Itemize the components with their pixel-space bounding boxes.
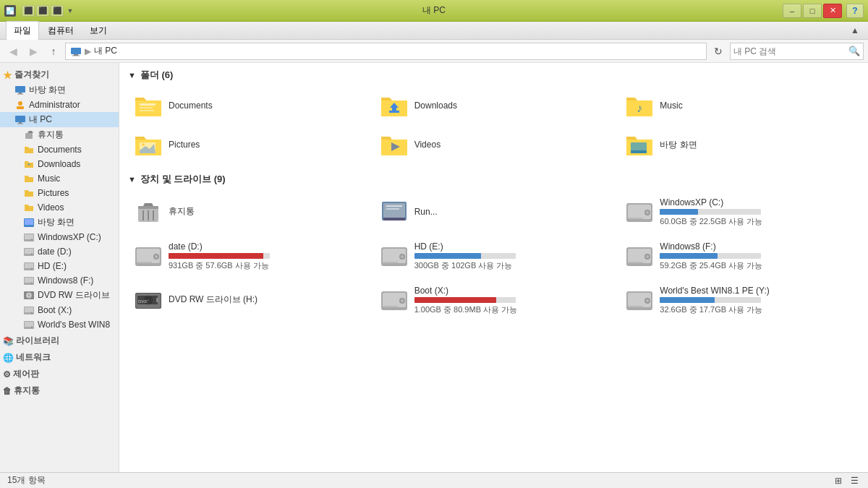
hdd-d-icon [134, 244, 163, 269]
svg-point-48 [142, 143, 145, 146]
list-view-button[interactable]: ☰ [848, 474, 861, 487]
sidebar-item-downloads[interactable]: Downloads [0, 157, 119, 171]
my-pc-icon [70, 46, 82, 57]
hdd-y-icon [625, 288, 654, 313]
drive-run[interactable]: Run... [374, 193, 614, 231]
close-button[interactable]: ✕ [823, 4, 842, 18]
back-button[interactable]: ◀ [4, 43, 22, 60]
c-drive-bar [660, 209, 698, 215]
sidebar-item-documents[interactable]: Documents [0, 142, 119, 157]
windowsxp-label: WindowsXP (C:) [38, 232, 101, 242]
sidebar-item-bootx[interactable]: Boot (X:) [0, 303, 119, 317]
minimize-button[interactable]: – [783, 4, 801, 18]
svg-rect-81 [629, 262, 643, 263]
documents-folder-icon [134, 93, 163, 118]
downloads-label: Downloads [38, 159, 80, 169]
drive-y[interactable]: World's Best WIN8.1 PE (Y:) 32.6GB 중 17.… [619, 281, 859, 320]
address-breadcrumb[interactable]: ▶ 내 PC [65, 43, 707, 60]
folder-videos[interactable]: Videos [374, 128, 614, 161]
drives-arrow[interactable]: ▼ [128, 175, 136, 184]
breadcrumb-mypc[interactable]: 내 PC [94, 45, 117, 57]
refresh-button[interactable]: ↻ [710, 43, 727, 60]
view-controls: ⊞ ☰ [832, 474, 861, 487]
sidebar-item-recycle[interactable]: 휴지통 [0, 127, 119, 142]
sidebar-item-worldsbest[interactable]: World's Best WIN8 [0, 317, 119, 332]
videos-label: Videos [38, 202, 64, 213]
ribbon-expand-icon[interactable]: ▲ [848, 24, 862, 37]
search-icon: 🔍 [848, 46, 860, 56]
status-bar: 15개 항목 ⊞ ☰ [0, 472, 868, 488]
svg-rect-38 [25, 322, 33, 327]
sidebar-network[interactable]: 🌐 네트워크 [0, 348, 119, 365]
sidebar-item-mypc[interactable]: 내 PC [0, 112, 119, 127]
bootx-label: Boot (X:) [38, 305, 72, 315]
svg-rect-35 [25, 307, 33, 312]
star-icon: ★ [3, 69, 12, 81]
drive-e[interactable]: HD (E:) 300GB 중 102GB 사용 가능 [374, 237, 614, 275]
sidebar-item-pictures[interactable]: Pictures [0, 186, 119, 200]
y-drive-bar [660, 297, 715, 303]
drive-h[interactable]: DVD DVD RW 드라이브 (H:) [128, 281, 368, 320]
music-name: Music [660, 100, 682, 111]
sidebar-item-wallpaper[interactable]: 바탕 화면 [0, 215, 119, 230]
wallpaper-folder-icon [625, 132, 654, 157]
d-drive-bar-bg [169, 253, 270, 259]
grid-view-button[interactable]: ⊞ [832, 474, 845, 487]
svg-rect-51 [631, 150, 647, 153]
sidebar-item-win8f[interactable]: Windows8 (F:) [0, 273, 119, 288]
maximize-button[interactable]: □ [803, 4, 822, 18]
drive-d[interactable]: date (D:) 931GB 중 57.6GB 사용 가능 [128, 237, 368, 275]
svg-rect-3 [7, 11, 10, 14]
sidebar-item-administrator[interactable]: Administrator [0, 98, 119, 112]
folder-pictures[interactable]: Pictures [128, 128, 368, 161]
sidebar-favorites[interactable]: ★ 즐겨찾기 [0, 66, 119, 82]
help-button[interactable]: ? [846, 4, 864, 18]
tab-computer[interactable]: 컴퓨터 [41, 22, 81, 40]
forward-button[interactable]: ▶ [25, 43, 42, 60]
quick-access-icon2[interactable]: ⬛ [36, 5, 49, 17]
sidebar-control-panel[interactable]: ⚙ 제어판 [0, 365, 119, 382]
drive-recycle[interactable]: 휴지통 [128, 193, 368, 231]
folder-music[interactable]: ♪ Music [619, 89, 859, 122]
c-drive-info: WindowsXP (C:) 60.0GB 중 22.5GB 사용 가능 [660, 197, 854, 227]
folders-arrow[interactable]: ▼ [128, 71, 136, 80]
sidebar-item-windowsxp[interactable]: WindowsXP (C:) [0, 230, 119, 244]
wallpaper-name: 바탕 화면 [660, 139, 697, 151]
drive-f[interactable]: Windows8 (F:) 59.2GB 중 25.4GB 사용 가능 [619, 237, 859, 275]
sidebar-item-dated[interactable]: date (D:) [0, 244, 119, 259]
svg-point-30 [31, 282, 33, 283]
tab-view[interactable]: 보기 [82, 22, 114, 40]
tab-file[interactable]: 파일 [6, 21, 39, 40]
mypc-label: 내 PC [29, 114, 52, 126]
folder-downloads[interactable]: Downloads [374, 89, 614, 122]
hdd-c-icon-sm [23, 231, 35, 243]
folder-wallpaper[interactable]: 바탕 화면 [619, 128, 859, 161]
sidebar-recycle-bin[interactable]: 🗑 휴지통 [0, 382, 119, 398]
drive-x[interactable]: Boot (X:) 1.00GB 중 80.9MB 사용 가능 [374, 281, 614, 320]
music-folder-icon: ♪ [625, 93, 654, 118]
sidebar-item-dvd[interactable]: DVD RW 드라이브 [0, 288, 119, 303]
svg-text:DVD: DVD [138, 299, 148, 304]
folder-documents[interactable]: Documents [128, 89, 368, 122]
up-button[interactable]: ↑ [45, 43, 62, 60]
folder-dl-icon-sm [23, 158, 35, 170]
sidebar-item-music[interactable]: Music [0, 171, 119, 186]
f-drive-caption: 59.2GB 중 25.4GB 사용 가능 [660, 260, 854, 271]
y-drive-name: World's Best WIN8.1 PE (Y:) [660, 286, 854, 296]
dated-label: date (D:) [38, 247, 72, 257]
svg-point-39 [31, 326, 33, 328]
dropdown-arrow[interactable]: ▼ [65, 5, 75, 17]
quick-access-icon[interactable]: ⬛ [22, 5, 35, 17]
drive-c[interactable]: WindowsXP (C:) 60.0GB 중 22.5GB 사용 가능 [619, 193, 859, 231]
e-drive-bar [414, 253, 481, 259]
svg-rect-0 [7, 7, 10, 11]
admin-label: Administrator [29, 100, 80, 110]
sidebar-item-desktop[interactable]: 바탕 화면 [0, 82, 119, 98]
c-drive-bar-bg [660, 209, 761, 215]
d-drive-name: date (D:) [169, 241, 362, 252]
sidebar-item-hde[interactable]: HD (E:) [0, 259, 119, 273]
search-input[interactable] [733, 46, 846, 56]
sidebar-library[interactable]: 📚 라이브러리 [0, 332, 119, 348]
quick-access-icon3[interactable]: ⬛ [51, 5, 64, 17]
sidebar-item-videos[interactable]: Videos [0, 200, 119, 215]
